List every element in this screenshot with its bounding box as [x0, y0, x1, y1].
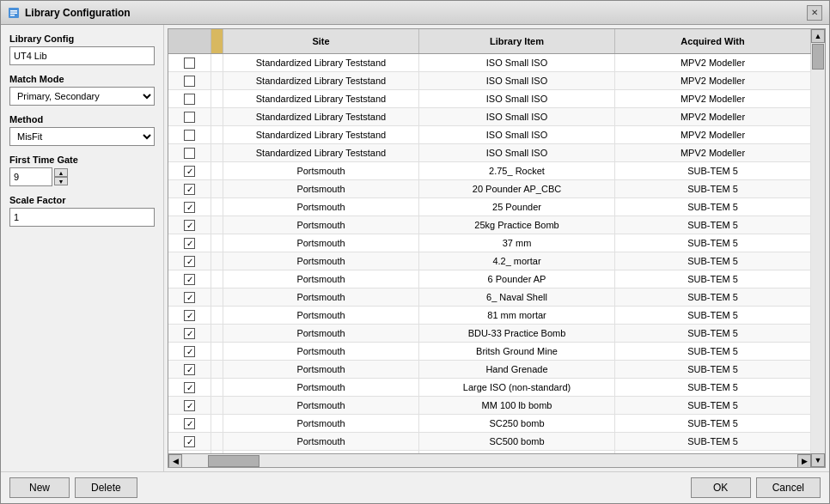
checkbox[interactable] [184, 58, 195, 69]
checkbox[interactable] [184, 418, 195, 429]
cell-sort [211, 270, 223, 288]
bottom-scrollbar[interactable]: ◀ ▶ [168, 453, 811, 467]
checkbox[interactable] [184, 76, 195, 87]
cell-checkbox[interactable] [168, 379, 211, 396]
checkbox[interactable] [184, 112, 195, 123]
cell-acquired-with: SUB-TEM 5 [615, 361, 811, 378]
new-button[interactable]: New [9, 477, 70, 498]
cell-checkbox[interactable] [168, 126, 211, 143]
table-row: PortsmouthBDU-33 Practice BombSUB-TEM 5 [168, 325, 811, 343]
checkbox[interactable] [184, 220, 195, 231]
first-time-gate-input[interactable] [9, 167, 52, 186]
close-button[interactable]: ✕ [807, 5, 822, 21]
cell-checkbox[interactable] [168, 72, 211, 89]
scroll-left-button[interactable]: ◀ [168, 454, 182, 467]
checkbox[interactable] [184, 346, 195, 357]
cell-checkbox[interactable] [168, 144, 211, 161]
cell-checkbox[interactable] [168, 162, 211, 179]
first-time-gate-field: First Time Gate ▲ ▼ [9, 155, 155, 186]
checkbox[interactable] [184, 382, 195, 393]
cell-sort [211, 361, 223, 378]
cell-checkbox[interactable] [168, 270, 211, 288]
table-container: Site Library Item Acquired With Standard… [168, 28, 826, 468]
cell-library-item: ISO Small ISO [419, 108, 615, 125]
table-row: PortsmouthHand GrenadeSUB-TEM 5 [168, 361, 811, 379]
cell-checkbox[interactable] [168, 108, 211, 125]
match-mode-select[interactable]: Primary, Secondary Primary Secondary [9, 87, 155, 106]
method-select[interactable]: MisFit Fit Other [9, 127, 155, 146]
cell-checkbox[interactable] [168, 415, 211, 432]
cell-checkbox[interactable] [168, 234, 211, 252]
scroll-right-button[interactable]: ▶ [797, 454, 811, 467]
scroll-up-button[interactable]: ▲ [811, 29, 825, 43]
cell-checkbox[interactable] [168, 90, 211, 107]
library-config-input[interactable] [9, 46, 155, 65]
cell-site: Portsmouth [223, 234, 419, 252]
scroll-down-button[interactable]: ▼ [811, 453, 825, 467]
cell-checkbox[interactable] [168, 397, 211, 414]
spinner-up-button[interactable]: ▲ [54, 168, 68, 177]
col-header-library-item[interactable]: Library Item [419, 29, 615, 53]
col-header-acquired-with[interactable]: Acquired With [615, 29, 811, 53]
cell-checkbox[interactable] [168, 307, 211, 324]
cell-sort [211, 216, 223, 234]
title-bar-left: Library Configuration [8, 7, 131, 19]
col-header-site[interactable]: Site [223, 29, 419, 53]
title-bar: Library Configuration ✕ [1, 1, 829, 25]
checkbox[interactable] [184, 274, 195, 285]
checkbox[interactable] [184, 238, 195, 249]
cancel-button[interactable]: Cancel [756, 477, 821, 498]
checkbox[interactable] [184, 166, 195, 177]
cell-sort [211, 397, 223, 414]
app-icon [8, 7, 20, 19]
cell-acquired-with: MPV2 Modeller [615, 108, 811, 125]
cell-checkbox[interactable] [168, 288, 211, 306]
cell-checkbox[interactable] [168, 54, 211, 71]
checkbox[interactable] [184, 310, 195, 321]
checkbox[interactable] [184, 328, 195, 339]
cell-library-item: ISO Small ISO [419, 54, 615, 71]
checkbox[interactable] [184, 184, 195, 195]
cell-site: Standardized Library Teststand [223, 90, 419, 107]
col-sort-indicator [211, 29, 223, 53]
cell-sort [211, 72, 223, 89]
dialog-footer: New Delete OK Cancel [1, 471, 829, 503]
ok-button[interactable]: OK [691, 477, 751, 498]
checkbox[interactable] [184, 436, 195, 447]
cell-checkbox[interactable] [168, 325, 211, 342]
cell-acquired-with: SUB-TEM 5 [615, 415, 811, 432]
cell-checkbox[interactable] [168, 361, 211, 378]
cell-checkbox[interactable] [168, 343, 211, 360]
cell-site: Portsmouth [223, 252, 419, 270]
spinner-down-button[interactable]: ▼ [54, 177, 68, 185]
scale-factor-input[interactable] [9, 208, 155, 227]
delete-button[interactable]: Delete [75, 477, 137, 498]
checkbox[interactable] [184, 130, 195, 141]
table-row: PortsmouthLarge ISO (non-standard)SUB-TE… [168, 379, 811, 397]
cell-checkbox[interactable] [168, 252, 211, 270]
cell-acquired-with: SUB-TEM 5 [615, 379, 811, 396]
cell-sort [211, 54, 223, 71]
cell-checkbox[interactable] [168, 433, 211, 450]
cell-checkbox[interactable] [168, 198, 211, 216]
cell-library-item: MM 100 lb bomb [419, 397, 615, 414]
checkbox[interactable] [184, 400, 195, 411]
cell-checkbox[interactable] [168, 216, 211, 234]
scroll-thumb-horizontal[interactable] [208, 455, 259, 467]
checkbox[interactable] [184, 148, 195, 159]
cell-checkbox[interactable] [168, 180, 211, 197]
cell-sort [211, 307, 223, 324]
scroll-track-horizontal [182, 454, 797, 467]
checkbox[interactable] [184, 202, 195, 213]
cell-library-item: 37 mm [419, 234, 615, 252]
svg-rect-1 [10, 10, 17, 12]
cell-sort [211, 433, 223, 450]
checkbox[interactable] [184, 364, 195, 375]
checkbox[interactable] [184, 256, 195, 267]
cell-acquired-with: SUB-TEM 5 [615, 234, 811, 252]
scroll-thumb-vertical[interactable] [812, 44, 824, 70]
checkbox[interactable] [184, 94, 195, 105]
table-row: Portsmouth25 PounderSUB-TEM 5 [168, 198, 811, 216]
table-body[interactable]: Standardized Library TeststandISO Small … [168, 54, 811, 453]
checkbox[interactable] [184, 292, 195, 303]
